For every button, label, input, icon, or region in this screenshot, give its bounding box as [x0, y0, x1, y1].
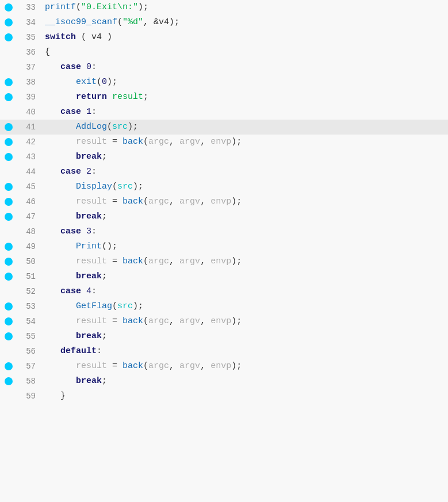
- line-content: result = back(argc, argv, envp);: [45, 194, 448, 209]
- line-content: case 4:: [45, 284, 448, 299]
- line-number: 56: [15, 344, 36, 359]
- token-kw: case: [60, 227, 81, 236]
- breakpoint-dot[interactable]: [5, 302, 13, 311]
- token-src-var: src: [117, 182, 133, 191]
- breakpoint-dot[interactable]: [5, 317, 13, 325]
- token-plain: &v4);: [154, 17, 179, 27]
- token-plain: :: [91, 62, 97, 72]
- breakpoint-dot[interactable]: [5, 243, 13, 251]
- token-kw: break: [76, 376, 102, 386]
- breakpoint-dot[interactable]: [5, 288, 13, 296]
- token-plain: ,: [200, 197, 210, 206]
- breakpoint-dot[interactable]: [5, 93, 13, 101]
- token-plain: ;: [102, 152, 107, 162]
- token-plain: =: [107, 361, 122, 371]
- line-number: 48: [15, 224, 36, 239]
- breakpoint-dot[interactable]: [5, 78, 13, 86]
- line-content: }: [45, 389, 448, 404]
- token-fn: exit: [76, 77, 97, 87]
- token-plain: );: [133, 182, 143, 191]
- line-content: Display(src);: [45, 179, 448, 194]
- breakpoint-dot[interactable]: [5, 168, 13, 176]
- line-content: printf("0.Exit\n:");: [45, 0, 448, 15]
- token-str: result: [112, 92, 143, 102]
- breakpoint-dot[interactable]: [5, 63, 13, 71]
- token-plain: [81, 62, 86, 72]
- token-num: 3: [86, 227, 91, 236]
- line-number: 39: [15, 90, 36, 105]
- token-plain: ,: [200, 361, 210, 371]
- token-plain: ,: [200, 256, 210, 266]
- breakpoint-dot[interactable]: [5, 213, 13, 221]
- token-plain: );: [231, 197, 242, 206]
- code-line: 38 exit(0);: [0, 75, 448, 90]
- token-kw: case: [60, 167, 81, 177]
- line-number: 46: [15, 194, 36, 209]
- breakpoint-dot[interactable]: [5, 258, 13, 266]
- token-plain: :: [91, 227, 97, 236]
- token-fn: back: [122, 256, 143, 266]
- code-line: 43 break;: [0, 150, 448, 164]
- breakpoint-dot[interactable]: [5, 123, 13, 131]
- token-plain: (: [107, 122, 112, 132]
- breakpoint-dot[interactable]: [5, 33, 13, 41]
- line-content: break;: [45, 150, 448, 164]
- breakpoint-dot[interactable]: [5, 392, 13, 400]
- code-line: 53 GetFlag(src);: [0, 299, 448, 314]
- token-num: 0: [86, 62, 91, 72]
- code-line: 47 break;: [0, 209, 448, 224]
- token-plain: ;: [143, 92, 148, 102]
- line-number: 50: [15, 254, 36, 269]
- breakpoint-dot[interactable]: [5, 273, 13, 281]
- breakpoint-dot[interactable]: [5, 48, 13, 56]
- token-plain: :: [91, 167, 97, 177]
- token-plain: [81, 286, 86, 296]
- code-line: 40 case 1:: [0, 105, 448, 120]
- line-content: {: [45, 45, 448, 60]
- breakpoint-dot[interactable]: [5, 153, 13, 161]
- breakpoint-dot[interactable]: [5, 347, 13, 355]
- code-line: 55 break;: [0, 329, 448, 344]
- code-line: 54 result = back(argc, argv, envp);: [0, 314, 448, 329]
- token-plain: );: [231, 137, 242, 147]
- token-plain: ,: [169, 256, 179, 266]
- line-content: result = back(argc, argv, envp);: [45, 254, 448, 269]
- token-plain: ,: [169, 316, 179, 326]
- breakpoint-dot[interactable]: [5, 198, 13, 206]
- breakpoint-dot[interactable]: [5, 183, 13, 191]
- token-var: envp: [210, 137, 231, 147]
- breakpoint-dot[interactable]: [5, 332, 13, 340]
- token-str: "0.Exit\n:": [81, 2, 138, 12]
- breakpoint-dot[interactable]: [5, 18, 13, 26]
- line-number: 33: [15, 0, 36, 15]
- token-plain: ,: [169, 197, 179, 206]
- token-plain: }: [45, 391, 66, 401]
- line-number: 38: [15, 75, 36, 90]
- token-var: result: [76, 361, 107, 371]
- line-content: exit(0);: [45, 75, 448, 90]
- line-number: 41: [15, 120, 36, 135]
- breakpoint-dot[interactable]: [5, 362, 13, 370]
- token-plain: );: [231, 256, 242, 266]
- token-kw: break: [76, 331, 102, 341]
- token-plain: ;: [102, 331, 107, 341]
- token-fn: Display: [76, 182, 112, 191]
- breakpoint-dot[interactable]: [5, 3, 13, 12]
- token-plain: =: [107, 137, 122, 147]
- token-var: argv: [179, 256, 200, 266]
- line-number: 40: [15, 105, 36, 120]
- line-content: result = back(argc, argv, envp);: [45, 359, 448, 374]
- token-plain: (: [143, 256, 148, 266]
- breakpoint-dot[interactable]: [5, 377, 13, 385]
- token-var: result: [76, 137, 107, 147]
- token-plain: (: [112, 301, 117, 311]
- breakpoint-dot[interactable]: [5, 108, 13, 116]
- code-viewer: 33printf("0.Exit\n:");34__isoc99_scanf("…: [0, 0, 448, 404]
- token-plain: ( v4 ): [76, 32, 112, 42]
- token-kw: case: [60, 62, 81, 72]
- line-content: AddLog(src);: [45, 120, 448, 135]
- code-line: 44 case 2:: [0, 164, 448, 179]
- breakpoint-dot[interactable]: [5, 138, 13, 146]
- line-content: case 0:: [45, 60, 448, 75]
- breakpoint-dot[interactable]: [5, 228, 13, 236]
